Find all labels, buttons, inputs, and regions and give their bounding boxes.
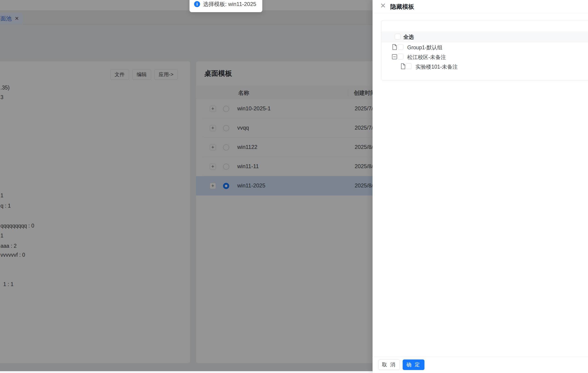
tree-checkbox[interactable] xyxy=(398,54,403,60)
file-icon xyxy=(392,44,397,51)
tree-item[interactable]: Group1-默认组 xyxy=(381,42,588,52)
toast-text: 选择模板: win11-2025 xyxy=(203,0,256,8)
cancel-button[interactable]: 取 消 xyxy=(378,360,400,370)
hide-template-drawer: ✕ 隐藏模板 全选 Group1-默认组 松江校区-未备注 xyxy=(373,0,588,373)
drawer-title: 隐藏模板 xyxy=(390,3,414,11)
tree-checkbox[interactable] xyxy=(406,63,412,69)
collapse-icon[interactable] xyxy=(392,54,397,60)
tree-checkbox[interactable] xyxy=(398,44,403,50)
toast-message: i 选择模板: win11-2025 xyxy=(189,0,262,12)
select-all-row[interactable]: 全选 xyxy=(381,31,588,42)
tree-item[interactable]: 松江校区-未备注 xyxy=(381,52,588,61)
drawer-header: ✕ 隐藏模板 xyxy=(373,0,588,13)
select-all-checkbox[interactable] xyxy=(395,34,400,40)
tree-item-label: Group1-默认组 xyxy=(407,44,442,51)
close-icon[interactable]: ✕ xyxy=(380,2,386,9)
tree-item-label: 实验楼101-未备注 xyxy=(416,63,458,71)
info-icon: i xyxy=(194,1,200,7)
template-tree-card: 全选 Group1-默认组 松江校区-未备注 实验楼101-未备注 xyxy=(381,20,588,81)
confirm-button[interactable]: 确 定 xyxy=(403,360,424,370)
tree-item-label: 松江校区-未备注 xyxy=(407,54,446,61)
file-icon xyxy=(400,63,406,70)
tree-item-child[interactable]: 实验楼101-未备注 xyxy=(381,61,588,71)
select-all-label: 全选 xyxy=(403,33,414,40)
drawer-footer: 取 消 确 定 xyxy=(373,356,588,373)
